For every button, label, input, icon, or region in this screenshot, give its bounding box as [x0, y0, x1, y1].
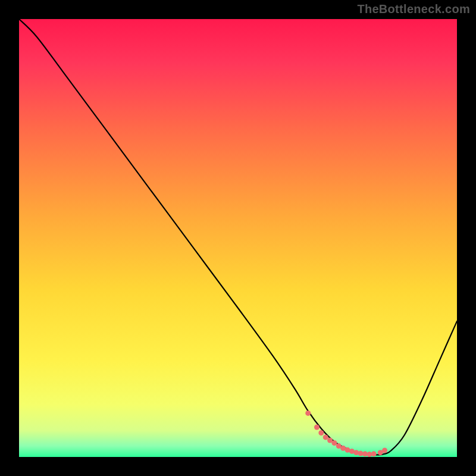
chart-canvas	[19, 19, 457, 457]
optimal-dot	[382, 447, 387, 453]
bottleneck-chart-svg	[19, 19, 457, 457]
optimal-dot	[371, 451, 377, 456]
optimal-dot	[323, 434, 328, 440]
gradient-background	[19, 19, 457, 457]
optimal-dot	[314, 424, 320, 430]
watermark-text: TheBottleneck.com	[357, 2, 470, 16]
optimal-dot	[318, 430, 324, 436]
optimal-dot	[331, 440, 337, 446]
optimal-dot	[305, 411, 311, 416]
